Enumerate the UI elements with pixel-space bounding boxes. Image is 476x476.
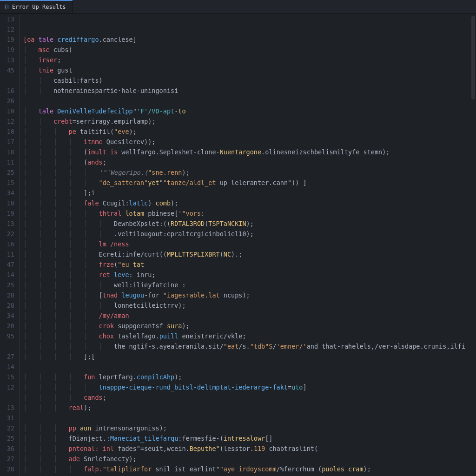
- code-token: -: [144, 290, 148, 300]
- code-token: intrensonargoniss: [95, 423, 159, 433]
- vertical-scrollbar[interactable]: [470, 14, 476, 476]
- code-line[interactable]: │ │ │ pe taltifil("eve);: [23, 126, 476, 137]
- code-token: RDTAL3ROD: [171, 218, 205, 229]
- code-line[interactable]: │ │ │ │ │ "de_satteran"yet""tanze/aldl_e…: [23, 178, 476, 188]
- code-token: fades: [118, 443, 137, 454]
- code-token: (: [110, 126, 114, 137]
- code-line[interactable]: │ │ │ │ │ │ well:ilieyfatcine :: [23, 280, 476, 290]
- line-number: 19: [0, 208, 14, 218]
- code-line[interactable]: │ │ │ │ │ tnapppe-cieque-rund_bitsl-delt…: [23, 382, 476, 392]
- code-line[interactable]: │ │ │ │ falp."talipliarfor snil ist earl…: [23, 464, 476, 474]
- code-line[interactable]: │ │ │ pntonal: inl fades"=seuit,wcein.Be…: [23, 443, 476, 454]
- code-line[interactable]: │ │ │ │ fale Ccugil:latlc) comb);: [23, 198, 476, 208]
- line-number: 34: [0, 188, 14, 198]
- code-line[interactable]: │ │ │ │ ];[: [23, 351, 476, 362]
- code-token: casbil: [53, 75, 76, 86]
- code-token: seuit,wcein.: [144, 443, 190, 454]
- code-line[interactable]: │ │ casbil:farts): [23, 75, 476, 86]
- code-line[interactable]: │ │ │ │ ];i: [23, 188, 476, 198]
- scrollbar-thumb[interactable]: [471, 16, 475, 99]
- code-line[interactable]: │ │ │ pp aun intrensonargoniss);: [23, 423, 476, 433]
- code-editor[interactable]: 1312191913451626101210171811251534101913…: [0, 14, 476, 476]
- code-line[interactable]: │ │ │ ade Snrlefanecty);: [23, 454, 476, 464]
- indent-guide: │: [23, 55, 39, 65]
- code-line[interactable]: │ │ │ │ │ [tnad leugou-for "iagesrable.l…: [23, 290, 476, 300]
- code-token: fale: [84, 198, 103, 208]
- code-line[interactable]: │ │ │ │ │ chox taslelfago.puill eneistre…: [23, 331, 476, 341]
- code-token: :: [163, 229, 167, 239]
- indent-guide: │ │ │: [23, 454, 69, 464]
- code-line[interactable]: │ │ │ │ │ │ the ngtif-s.ayealeranila.sit…: [23, 341, 476, 351]
- code-line[interactable]: │ tnie gust: [23, 65, 476, 75]
- code-token: [: [99, 290, 103, 300]
- code-line[interactable]: │ │ │ │ │ │ lonnetcilleictrrv);: [23, 300, 476, 311]
- code-line[interactable]: │ mse cubs): [23, 45, 476, 55]
- code-line[interactable]: │ │ │ real);: [23, 403, 476, 413]
- code-line[interactable]: [23, 362, 476, 372]
- code-token: ): [99, 75, 103, 86]
- code-token: '"'Wegeripo.(: [99, 167, 148, 178]
- code-token: fDianject.: [69, 433, 106, 443]
- code-token: Maneciat_tilefarqu: [110, 433, 178, 443]
- indent-guide: │ │: [23, 116, 53, 126]
- code-token: leve: [114, 270, 129, 280]
- code-token: (: [84, 147, 87, 157]
- indent-guide: │ │ │: [23, 423, 69, 433]
- code-token: );: [382, 147, 390, 157]
- code-line[interactable]: │ │ notnerainespartie·hale-uningonisi: [23, 86, 476, 96]
- code-token: fun: [84, 372, 99, 382]
- line-number: 15: [0, 372, 14, 382]
- code-line[interactable]: │ │ │ fDianject.:Maneciat_tilefarqu:ferm…: [23, 433, 476, 443]
- code-line[interactable]: │ │ │ │ (imult is wellfargo.Sepleshet-cl…: [23, 147, 476, 157]
- code-token: );: [182, 167, 189, 178]
- code-token: farts: [80, 75, 99, 86]
- code-line[interactable]: [oa tale crediffargo.canclese]: [23, 34, 476, 45]
- code-line[interactable]: [23, 413, 476, 423]
- code-line[interactable]: │ │ │ │ itnme Quesilerev));: [23, 137, 476, 147]
- code-token: MPLLTTSPLIXBRT: [167, 249, 220, 259]
- code-line[interactable]: │ tale DeniVelleTudefecilpp"'F'/VD-apt-t…: [23, 106, 476, 116]
- line-number: 36: [0, 443, 14, 454]
- code-token: ]: [303, 382, 306, 392]
- editor-tabbar: Error Up Results: [0, 0, 476, 14]
- line-number: [0, 392, 14, 403]
- line-number: 27: [0, 454, 14, 464]
- code-line[interactable]: │ │ │ │ cands;: [23, 392, 476, 403]
- code-token: );: [148, 116, 155, 126]
- code-token: DewnbeXpslet: [114, 218, 159, 229]
- code-area[interactable]: [oa tale crediffargo.canclese]│ mse cubs…: [20, 14, 476, 476]
- code-token: /: [272, 341, 276, 351]
- code-line[interactable]: │ │ │ │ │ lm_/ness: [23, 239, 476, 249]
- code-line[interactable]: │ │ │ │ │ /my/aman: [23, 311, 476, 321]
- tab-error-up-results[interactable]: Error Up Results: [0, 0, 73, 13]
- code-token: wellfargo: [121, 147, 155, 157]
- code-line[interactable]: │ │ │ │ │ │ DewnbeXpslet:((RDTAL3ROD(TSP…: [23, 218, 476, 229]
- code-token: chabtraslint(: [265, 443, 318, 454]
- indent-guide: │ │ │ │ │: [23, 290, 99, 300]
- code-line[interactable]: │ │ │ │ fun leprtfarg.conpilcAhp);: [23, 372, 476, 382]
- code-token: leprtfarg: [99, 372, 133, 382]
- code-line[interactable]: │ irser;: [23, 55, 476, 65]
- code-line[interactable]: │ │ │ │ │ frze("eu tat: [23, 259, 476, 270]
- code-token: (: [205, 218, 208, 229]
- code-token: "=: [137, 443, 144, 454]
- code-line[interactable]: │ │ │ │ phio);: [23, 474, 476, 476]
- code-line[interactable]: │ │ crebt=serriragy.empirlamp);: [23, 116, 476, 126]
- code-token: to: [178, 106, 185, 116]
- code-token: itnme: [84, 137, 106, 147]
- indent-guide: │ │ │ │ │ │: [23, 280, 114, 290]
- code-line[interactable]: │ │ │ │ │ ret leve: inru;: [23, 270, 476, 280]
- code-token: ((: [159, 249, 167, 259]
- line-number: 45: [0, 65, 14, 75]
- code-line[interactable]: │ │ │ │ (ands;: [23, 157, 476, 167]
- code-line[interactable]: │ │ │ │ │ thtral lotam pbinese['"vors:: [23, 208, 476, 218]
- code-line[interactable]: [23, 96, 476, 106]
- code-line[interactable]: │ │ │ │ │ crok suppgerantsf sura);: [23, 321, 476, 331]
- indent-guide: │: [23, 106, 39, 116]
- code-line[interactable]: │ │ │ │ │ '"'Wegeripo.("sne.renn);: [23, 167, 476, 178]
- code-line[interactable]: │ │ │ │ │ │ .veltilougout:epraltcrgicinb…: [23, 229, 476, 239]
- code-token: _: [359, 147, 363, 157]
- code-token: well: [114, 280, 129, 290]
- code-line[interactable]: │ │ │ │ │ Ecreti:infe/curt((MPLLTTSPLIXB…: [23, 249, 476, 259]
- code-token: yet: [148, 178, 159, 188]
